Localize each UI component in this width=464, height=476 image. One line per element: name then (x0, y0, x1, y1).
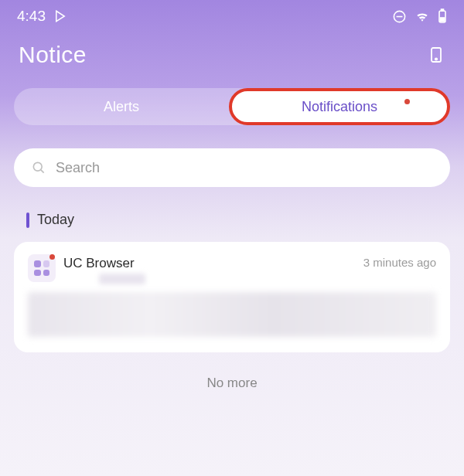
page-title: Notice (19, 42, 87, 68)
device-icon[interactable] (427, 46, 445, 64)
status-bar: 4:43 (0, 0, 464, 28)
notification-time: 3 minutes ago (363, 256, 436, 269)
svg-marker-0 (56, 11, 65, 22)
tab-alerts[interactable]: Alerts (14, 88, 229, 125)
section-header: Today (26, 212, 464, 228)
search-icon (31, 160, 46, 175)
svg-line-9 (41, 170, 44, 173)
app-name: UC Browser (63, 256, 145, 271)
tab-alerts-label: Alerts (104, 99, 139, 115)
blurred-subtitle (99, 274, 145, 284)
search-bar[interactable] (14, 148, 450, 187)
blurred-content (28, 292, 436, 337)
page-header: Notice (0, 28, 464, 76)
notification-card[interactable]: UC Browser 3 minutes ago (14, 242, 450, 352)
svg-rect-5 (441, 18, 445, 22)
dnd-icon (392, 9, 407, 24)
list-end-label: No more (0, 376, 464, 391)
wifi-icon (415, 8, 430, 24)
svg-point-8 (33, 162, 42, 171)
section-label: Today (37, 212, 74, 228)
svg-point-7 (435, 58, 437, 60)
app-icon (28, 254, 56, 282)
section-accent-icon (26, 212, 29, 228)
tab-notifications[interactable]: Notifications (229, 88, 450, 125)
status-time: 4:43 (17, 8, 46, 25)
search-input[interactable] (56, 160, 433, 176)
svg-rect-4 (442, 9, 444, 11)
tab-notifications-label: Notifications (302, 99, 377, 115)
notification-dot-icon (404, 99, 410, 104)
play-store-icon (53, 9, 67, 23)
tab-bar: Alerts Notifications (14, 88, 450, 125)
app-badge-icon (49, 254, 55, 260)
battery-icon (438, 8, 447, 24)
